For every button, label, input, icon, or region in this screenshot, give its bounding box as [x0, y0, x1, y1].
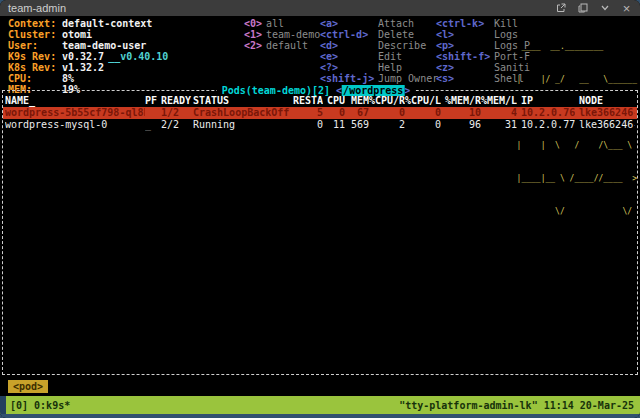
col-mem: MEM: [345, 95, 369, 107]
cell-cpu: 11: [323, 119, 345, 131]
cell-node: lke366246-570275: [575, 107, 635, 119]
k9s-update-version: __v0.40.10: [108, 51, 168, 62]
cell-mem: 67: [345, 107, 369, 119]
cell-pf: _: [145, 119, 161, 131]
cell-status: Running: [193, 119, 293, 131]
hotkey-item: <1> team-demo: [244, 29, 320, 40]
cell-mem-l: 31: [481, 119, 517, 131]
tmux-session-info: [0] 0:k9s*: [0, 396, 70, 414]
col-cpu: CPU: [323, 95, 345, 107]
info-cluster: Cluster: otomi: [8, 29, 168, 40]
cell-ready: 1/2: [161, 107, 193, 119]
tmux-window-list: [0] 0:k9s*: [10, 400, 70, 411]
cell-cpu-l: 0: [405, 107, 441, 119]
col-ip: IP: [517, 95, 575, 107]
action-hotkeys-1: <a> Attach <ctrl-d> Delete <d> Describe …: [320, 18, 438, 84]
breadcrumb: <pod>: [8, 380, 48, 393]
info-user: User: team-demo-user: [8, 40, 168, 51]
cell-status: CrashLoopBackOff: [193, 107, 293, 119]
tmux-status-bar: [0] 0:k9s* "tty-platform-admin-lk" 11:14…: [0, 396, 640, 414]
col-cpu-r: %CPU/R: [369, 95, 405, 107]
chevron-down-icon[interactable]: [599, 3, 610, 14]
hotkey-item: <e> Edit: [320, 51, 438, 62]
cell-ready: 2/2: [161, 119, 193, 131]
cell-cpu-r: 2: [369, 119, 405, 131]
col-name: NAME_: [5, 95, 145, 107]
col-status: STATUS: [193, 95, 293, 107]
pods-panel: Pods(team-demo)[2] </wordpress> NAME_ PF…: [2, 90, 638, 375]
hotkey-item: <?> Help: [320, 62, 438, 73]
crumb-pod[interactable]: <pod>: [8, 380, 48, 393]
col-cpu-l: %CPU/L: [405, 95, 441, 107]
namespace-hotkeys: <0> all <1> team-demo <2> default: [244, 18, 320, 51]
hotkey-item: <ctrl-d> Delete: [320, 29, 438, 40]
hotkey-item: <shift-j> Jump Owner: [320, 73, 438, 84]
open-external-icon[interactable]: [555, 3, 566, 14]
hotkey-item: <2> default: [244, 40, 320, 51]
cell-mem-r: 96: [441, 119, 481, 131]
tmux-host-time: "tty-platform-admin-lk" 11:14 20-Mar-25: [399, 400, 634, 411]
cell-restarts: 5: [293, 107, 323, 119]
cell-pf: [145, 107, 161, 119]
k9s-screen: Context: default-context Cluster: otomi …: [0, 16, 640, 396]
close-icon[interactable]: ×: [621, 3, 632, 14]
col-mem-l: %MEM/L: [481, 95, 517, 107]
cell-ip: 10.2.0.77: [517, 119, 575, 131]
col-mem-r: %MEM/R: [441, 95, 481, 107]
cell-node: lke366246-570275: [575, 119, 635, 131]
cell-cpu-r: 0: [369, 107, 405, 119]
col-restarts: RESTARTS: [293, 95, 323, 107]
cell-cpu-l: 0: [405, 119, 441, 131]
col-ready: READY: [161, 95, 193, 107]
cluster-info: Context: default-context Cluster: otomi …: [8, 18, 168, 95]
hotkey-item: <d> Describe: [320, 40, 438, 51]
hotkey-item: <0> all: [244, 18, 320, 29]
tmux-corner: [0, 396, 6, 414]
cell-mem: 569: [345, 119, 369, 131]
col-node: NODE: [575, 95, 635, 107]
cell-ip: 10.2.0.76: [517, 107, 575, 119]
window-controls: ×: [555, 3, 632, 14]
table-row-selected[interactable]: wordpress-5b55cf798-ql8kf 1/2 CrashLoopB…: [3, 107, 637, 119]
col-pf: PF: [145, 95, 161, 107]
table-header-row: NAME_ PF READY STATUS RESTARTS CPU MEM %…: [3, 95, 637, 107]
desktop-edge: [0, 414, 640, 418]
info-k9s-rev: K9s Rev: v0.32.7 __v0.40.10: [8, 51, 168, 62]
cell-mem-l: 4: [481, 107, 517, 119]
cell-mem-r: 10: [441, 107, 481, 119]
cell-name: wordpress-5b55cf798-ql8kf: [5, 107, 145, 119]
cell-cpu: 0: [323, 107, 345, 119]
info-k8s-rev: K8s Rev: v1.32.2: [8, 62, 168, 73]
cell-restarts: 0: [293, 119, 323, 131]
info-cpu: CPU: 8%: [8, 73, 168, 84]
terminal-window: team-admin × Context: default-context Cl…: [0, 0, 640, 418]
info-context: Context: default-context: [8, 18, 168, 29]
table-row[interactable]: wordpress-mysql-0 _ 2/2 Running 0 11 569…: [3, 119, 637, 131]
hotkey-item: <a> Attach: [320, 18, 438, 29]
pods-table: NAME_ PF READY STATUS RESTARTS CPU MEM %…: [3, 95, 637, 131]
window-titlebar: team-admin ×: [0, 0, 640, 16]
copy-icon[interactable]: [577, 3, 588, 14]
window-title: team-admin: [8, 0, 66, 16]
cell-name: wordpress-mysql-0: [5, 119, 145, 131]
